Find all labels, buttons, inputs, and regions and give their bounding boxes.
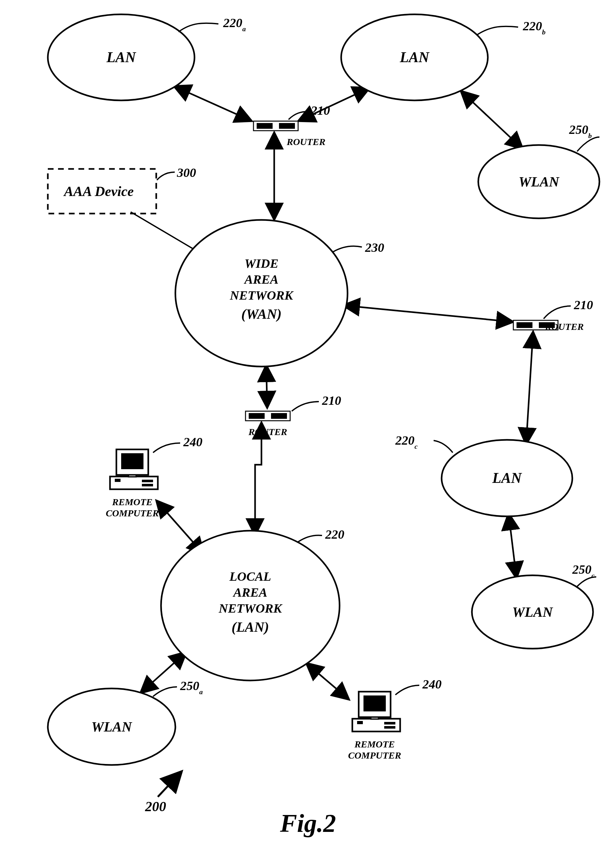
link-lanb-wlanb — [461, 91, 523, 149]
lan-a-node: LAN 220a — [48, 14, 246, 100]
remote-right-ref: 240 — [422, 677, 441, 691]
link-router-lanc — [526, 331, 533, 445]
wlan-b-node: WLAN 250b — [478, 122, 600, 218]
lan-c-ref: 220c — [395, 433, 418, 450]
router-mid: ROUTER 210 — [245, 393, 341, 437]
link-lan-wlana — [140, 652, 186, 693]
svg-text:NETWORK: NETWORK — [230, 288, 294, 302]
router-top: ROUTER 210 — [254, 103, 330, 147]
link-router-lan-b — [298, 88, 370, 121]
lan-main-node: LOCAL AREA NETWORK (LAN) 220 — [161, 527, 344, 680]
link-wan-router-mid — [266, 365, 267, 408]
svg-text:WIDE: WIDE — [245, 256, 279, 271]
svg-text:200: 200 — [145, 799, 166, 814]
wlan-a-label: WLAN — [91, 719, 132, 735]
link-aaa-wan — [131, 212, 201, 253]
svg-text:AREA: AREA — [243, 272, 279, 287]
lan-c-label: LAN — [492, 470, 522, 486]
wlan-c-node: WLAN 250c — [472, 562, 596, 649]
lan-b-ref: 220b — [522, 19, 546, 36]
router-right-label: ROUTER — [544, 321, 584, 332]
wlan-c-label: WLAN — [512, 604, 553, 620]
wlan-c-ref: 250c — [572, 562, 595, 579]
svg-text:REMOTE: REMOTE — [354, 739, 395, 749]
lan-b-label: LAN — [399, 49, 430, 65]
lan-a-ref: 220a — [223, 16, 246, 33]
wan-node: WIDE AREA NETWORK (WAN) 230 — [175, 220, 384, 366]
remote-computer-right: REMOTE COMPUTER 240 — [348, 677, 441, 760]
router-mid-label: ROUTER — [248, 426, 287, 437]
router-right: ROUTER 210 — [513, 298, 593, 332]
svg-text:COMPUTER: COMPUTER — [106, 508, 159, 518]
svg-line-31 — [158, 771, 182, 797]
svg-text:REMOTE: REMOTE — [112, 497, 153, 507]
link-router-lan-main — [255, 422, 261, 535]
aaa-ref: 300 — [177, 166, 196, 180]
aaa-label: AAA Device — [63, 183, 134, 199]
lan-a-label: LAN — [106, 49, 136, 65]
svg-text:COMPUTER: COMPUTER — [348, 750, 402, 760]
lan-main-ref: 220 — [325, 527, 344, 542]
wlan-a-ref: 250a — [180, 678, 203, 696]
router-right-ref: 210 — [573, 298, 593, 312]
remote-computer-left: REMOTE COMPUTER 240 — [106, 435, 202, 518]
remote-left-ref: 240 — [183, 435, 202, 449]
wlan-a-node: WLAN 250a — [48, 678, 203, 765]
svg-text:LOCAL: LOCAL — [229, 569, 271, 583]
link-lan-remote2 — [306, 663, 349, 700]
wan-ref: 230 — [365, 240, 384, 255]
router-top-label: ROUTER — [286, 136, 326, 147]
link-lanc-wlanc — [509, 513, 516, 579]
svg-text:(LAN): (LAN) — [232, 619, 269, 635]
link-router-lan-a — [174, 86, 252, 121]
router-mid-ref: 210 — [322, 393, 341, 408]
router-top-ref: 210 — [311, 103, 330, 117]
aaa-device: AAA Device 300 — [48, 166, 196, 214]
wlan-b-ref: 250b — [569, 122, 592, 139]
link-wan-router-right — [343, 305, 513, 322]
wlan-b-label: WLAN — [518, 174, 560, 190]
lan-b-node: LAN 220b — [341, 14, 546, 100]
lan-c-node: LAN 220c — [395, 433, 572, 516]
diagram-ref: 200 — [145, 771, 182, 814]
svg-text:AREA: AREA — [232, 585, 267, 599]
svg-text:NETWORK: NETWORK — [219, 601, 283, 615]
figure-caption: Fig.2 — [280, 809, 336, 837]
svg-text:(WAN): (WAN) — [241, 306, 282, 322]
